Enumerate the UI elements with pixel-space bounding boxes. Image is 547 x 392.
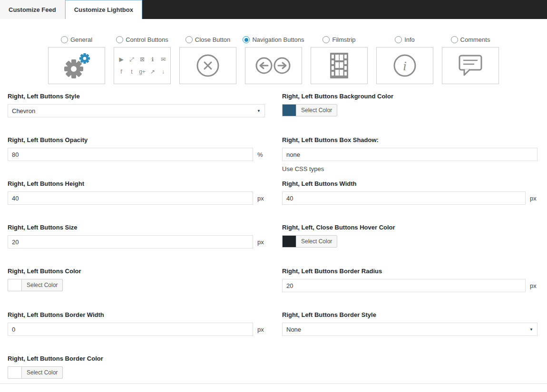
filmstrip-icon-box[interactable] [311,47,368,84]
lightbox-settings-form: Right, Left Buttons Style Chevron Right,… [0,93,547,379]
expand-icon: ⊠ [138,56,146,63]
lightbox-section-selector: General [0,36,547,84]
field-buttons-style: Right, Left Buttons Style Chevron [8,93,265,117]
info-icon-box[interactable]: i [376,47,433,84]
facebook-icon: f [117,68,125,75]
border-style-select[interactable]: None [282,323,537,336]
share-icon: ↗ [149,68,156,75]
comment-bubble-icon [457,54,484,77]
field-border-radius: Right, Left Buttons Border Radius px [282,268,537,292]
radio-label-filmstrip: Filmstrip [332,36,355,43]
radio-filmstrip[interactable]: Filmstrip [322,36,355,43]
bottom-divider [0,383,547,384]
buttons-color-label: Right, Left Buttons Color [8,268,265,275]
hover-select-color-button[interactable]: Select Color [296,235,337,248]
buttons-style-value: Chevron [12,107,35,115]
section-close-button: Close Button [179,36,237,84]
twitter-icon: t [128,68,136,75]
radio-label-comments: Comments [460,36,490,43]
radio-close-button[interactable]: Close Button [186,36,230,43]
border-radius-label: Right, Left Buttons Border Radius [282,268,537,275]
filmstrip-icon [326,52,352,79]
tab-bar-filler [142,0,547,19]
buttons-size-label: Right, Left Buttons Size [8,224,265,231]
opacity-input[interactable] [8,148,253,161]
radio-input-close-button[interactable] [186,36,193,43]
hover-color-picker[interactable]: Select Color [282,235,537,248]
radio-navigation-buttons[interactable]: Navigation Buttons [243,36,304,43]
buttons-height-label: Right, Left Buttons Height [8,180,265,187]
googleplus-icon: g+ [138,68,146,75]
radio-comments[interactable]: Comments [451,36,490,43]
field-buttons-width: Right, Left Buttons Width px [282,180,537,205]
border-select-color-button[interactable]: Select Color [21,366,63,379]
radio-input-filmstrip[interactable] [322,36,330,43]
buttons-style-label: Right, Left Buttons Style [8,93,265,100]
close-button-icon-box[interactable] [179,47,236,84]
radio-label-general: General [70,36,92,43]
radio-input-control-buttons[interactable] [116,36,123,43]
buttons-color-swatch [8,279,22,291]
radio-input-general[interactable] [61,36,68,43]
border-color-label: Right, Left Buttons Border Color [8,355,265,362]
navigation-buttons-icon-box[interactable] [245,47,302,84]
buttons-width-unit: px [530,195,537,202]
play-icon: ▶ [117,56,125,63]
info-small-icon: ℹ [149,56,156,63]
radio-control-buttons[interactable]: Control Buttons [116,36,168,43]
tab-customize-lightbox[interactable]: Customize Lightbox [65,0,142,19]
section-control-buttons: Control Buttons ▶ ⤢ ⊠ ℹ ✉ f t g+ ↗ ↓ [113,36,171,84]
nav-arrows-icon [254,55,293,76]
border-color-swatch [8,366,22,379]
buttons-color-picker[interactable]: Select Color [8,279,265,291]
field-opacity: Right, Left Buttons Opacity % [8,136,265,161]
close-circle-icon [195,52,221,79]
download-icon: ↓ [159,68,167,75]
border-radius-input[interactable] [282,279,526,292]
control-buttons-icon-box[interactable]: ▶ ⤢ ⊠ ℹ ✉ f t g+ ↗ ↓ [114,47,171,84]
radio-input-navigation-buttons[interactable] [243,36,250,43]
border-color-picker[interactable]: Select Color [8,366,265,379]
background-color-label: Right, Left Buttons Background Color [282,93,537,100]
radio-label-info: Info [404,36,415,43]
info-circle-icon: i [391,52,418,79]
field-buttons-size: Right, Left Buttons Size px [8,224,265,249]
background-color-swatch [282,104,296,116]
section-general: General [48,36,106,84]
field-border-width: Right, Left Buttons Border Width px [8,311,265,336]
radio-general[interactable]: General [61,36,92,43]
radio-label-navigation-buttons: Navigation Buttons [252,36,304,43]
section-comments: Comments [441,36,499,84]
radio-label-control-buttons: Control Buttons [126,36,168,43]
general-icon-box[interactable] [48,47,105,84]
field-buttons-color: Right, Left Buttons Color Select Color [8,268,265,291]
radio-label-close-button: Close Button [195,36,230,43]
border-radius-unit: px [530,282,537,289]
box-shadow-helper: Use CSS types [282,165,537,172]
border-style-value: None [286,326,301,333]
buttons-style-select[interactable]: Chevron [8,104,265,117]
radio-info[interactable]: Info [395,36,415,43]
buttons-select-color-button[interactable]: Select Color [21,279,63,291]
field-buttons-height: Right, Left Buttons Height px [8,180,265,205]
opacity-label: Right, Left Buttons Opacity [8,136,265,143]
field-hover-color: Right, Left, Close Buttons Hover Color S… [282,224,537,248]
gear-icon [60,51,93,80]
tab-customize-feed[interactable]: Customize Feed [0,0,65,19]
border-width-label: Right, Left Buttons Border Width [8,311,265,318]
background-select-color-button[interactable]: Select Color [296,104,337,116]
buttons-height-input[interactable] [8,191,253,205]
border-width-input[interactable] [8,323,253,336]
info-glyph: i [403,58,407,73]
fullscreen-icon: ⤢ [128,56,136,63]
email-icon: ✉ [159,56,167,63]
background-color-picker[interactable]: Select Color [282,104,537,116]
section-navigation-buttons: Navigation Buttons [244,36,303,84]
tab-bar: Customize Feed Customize Lightbox [0,0,547,19]
comments-icon-box[interactable] [442,47,499,84]
buttons-size-input[interactable] [8,235,253,249]
radio-input-info[interactable] [395,36,402,43]
buttons-width-input[interactable] [282,191,526,205]
radio-input-comments[interactable] [451,36,458,43]
box-shadow-input[interactable] [282,148,537,161]
